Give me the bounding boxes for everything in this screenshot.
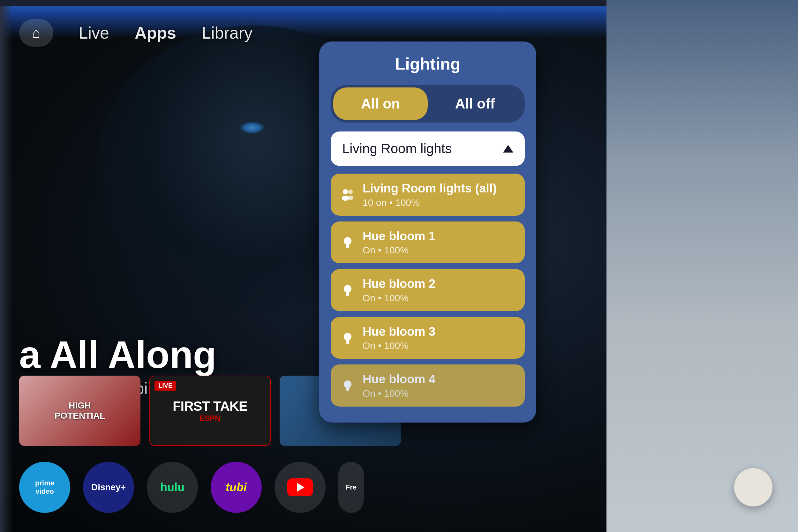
app-icon-disney-plus[interactable]: Disney+ [83, 462, 134, 513]
svg-rect-14 [346, 341, 349, 343]
app-icon-tubi[interactable]: tubi [211, 462, 262, 513]
svg-rect-6 [346, 246, 349, 247]
right-wall [607, 0, 798, 532]
all-on-button[interactable]: All on [333, 88, 428, 120]
light-info-bloom2: Hue bloom 2 On • 100% [363, 277, 516, 304]
light-info-bloom1: Hue bloom 1 On • 100% [363, 229, 516, 256]
first-take-title: FIRST TAKE [173, 399, 247, 414]
svg-rect-7 [346, 247, 349, 248]
hero-title: a All Along [19, 334, 216, 376]
lighting-panel: Lighting All on All off Living Room ligh… [319, 41, 536, 422]
svg-rect-18 [346, 389, 349, 390]
light-status-bloom1: On • 100% [363, 245, 516, 255]
apps-row: primevideo Disney+ hulu tubi Fre [0, 462, 415, 513]
bulb-icon-bloom2 [340, 282, 356, 298]
espn-label: ESPN [200, 414, 220, 423]
app-icon-fre[interactable]: Fre [338, 462, 364, 513]
svg-rect-13 [346, 340, 349, 341]
svg-point-4 [344, 237, 352, 245]
svg-point-12 [344, 333, 352, 341]
light-item-all[interactable]: Living Room lights (all) 10 on • 100% [331, 174, 525, 216]
nav-live[interactable]: Live [79, 23, 109, 42]
youtube-icon [287, 478, 313, 496]
light-name-bloom2: Hue bloom 2 [363, 277, 516, 291]
shelf-device [734, 468, 773, 507]
svg-rect-10 [346, 293, 349, 295]
svg-rect-17 [346, 388, 349, 389]
home-pill[interactable]: ⌂ [19, 19, 53, 46]
light-info-bloom4: Hue bloom 4 On • 100% [363, 372, 516, 399]
svg-rect-19 [346, 390, 349, 391]
thumbnail-label: HIGHPOTENTIAL [51, 397, 109, 424]
light-item-bloom3[interactable]: Hue bloom 3 On • 100% [331, 317, 525, 359]
fre-label: Fre [346, 483, 357, 492]
group-icon [340, 187, 356, 203]
nav-library[interactable]: Library [202, 23, 252, 42]
svg-point-8 [344, 285, 352, 293]
svg-point-16 [344, 380, 352, 388]
svg-point-0 [343, 189, 348, 194]
tv-frame-top [0, 0, 607, 6]
eye-highlight [240, 121, 265, 134]
thumbnail-high-potential[interactable]: HIGHPOTENTIAL [19, 376, 140, 446]
room-selector-label: Living Room lights [342, 141, 452, 156]
light-status-bloom3: On • 100% [363, 340, 516, 351]
svg-rect-5 [346, 245, 349, 246]
nav-apps[interactable]: Apps [135, 23, 176, 42]
youtube-play-triangle [297, 483, 305, 492]
panel-title: Lighting [331, 54, 525, 73]
bulb-icon-bloom4 [340, 378, 356, 394]
light-status-bloom2: On • 100% [363, 293, 516, 304]
svg-rect-15 [346, 343, 349, 344]
light-info-bloom3: Hue bloom 3 On • 100% [363, 325, 516, 352]
device-body [734, 468, 773, 507]
light-item-bloom4[interactable]: Hue bloom 4 On • 100% [331, 364, 525, 406]
svg-rect-9 [346, 292, 349, 293]
light-item-bloom2[interactable]: Hue bloom 2 On • 100% [331, 269, 525, 311]
light-name-bloom4: Hue bloom 4 [363, 372, 516, 387]
app-icon-prime-video[interactable]: primevideo [19, 462, 70, 513]
live-badge: LIVE [154, 381, 176, 391]
app-icon-hulu[interactable]: hulu [147, 462, 198, 513]
bulb-icon-bloom3 [340, 330, 356, 346]
toggle-row: All on All off [331, 85, 525, 122]
light-status-bloom4: On • 100% [363, 388, 516, 399]
light-name-bloom3: Hue bloom 3 [363, 325, 516, 339]
svg-rect-11 [346, 295, 349, 296]
bulb-icon-bloom1 [340, 234, 356, 250]
light-item-bloom1[interactable]: Hue bloom 1 On • 100% [331, 222, 525, 264]
light-status-all: 10 on • 100% [363, 197, 516, 208]
thumbnail-first-take[interactable]: LIVE FIRST TAKE ESPN [149, 376, 271, 446]
hulu-label: hulu [160, 480, 185, 494]
all-off-button[interactable]: All off [428, 88, 522, 120]
tv-frame-left [0, 0, 13, 532]
chevron-up-icon [503, 145, 513, 153]
light-name-bloom1: Hue bloom 1 [363, 229, 516, 244]
app-icon-youtube[interactable] [274, 462, 326, 513]
svg-point-2 [348, 190, 353, 194]
light-info-all: Living Room lights (all) 10 on • 100% [363, 181, 516, 208]
tubi-label: tubi [226, 480, 247, 494]
light-name-all: Living Room lights (all) [363, 181, 516, 196]
room-selector[interactable]: Living Room lights [331, 132, 525, 166]
svg-point-3 [348, 196, 353, 200]
